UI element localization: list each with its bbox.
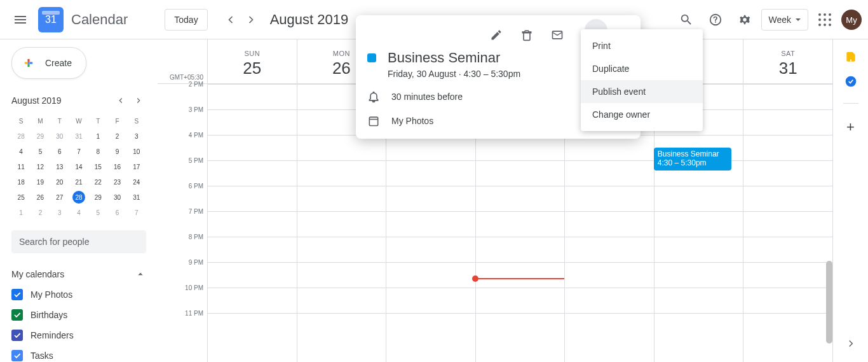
prev-period-button[interactable] bbox=[220, 10, 241, 30]
delete-event-button[interactable] bbox=[516, 24, 538, 46]
mini-day[interactable]: 6 bbox=[50, 144, 69, 159]
next-period-button[interactable] bbox=[241, 10, 261, 30]
mini-day[interactable]: 22 bbox=[88, 174, 107, 190]
help-button[interactable] bbox=[703, 7, 728, 32]
my-calendars-title: My calendars bbox=[11, 269, 64, 279]
mini-day[interactable]: 30 bbox=[107, 190, 126, 205]
mini-day[interactable]: 3 bbox=[127, 129, 146, 144]
my-calendars-toggle[interactable]: My calendars bbox=[11, 268, 146, 280]
event-chip[interactable]: Business Seminar4:30 – 5:30pm bbox=[654, 148, 731, 171]
mini-day[interactable]: 14 bbox=[69, 159, 88, 174]
calendar-checkbox[interactable] bbox=[11, 350, 23, 361]
mini-next-button[interactable] bbox=[131, 93, 146, 108]
mini-day[interactable]: 12 bbox=[31, 159, 50, 174]
mini-day[interactable]: 5 bbox=[31, 144, 50, 159]
mini-day[interactable]: 29 bbox=[31, 129, 50, 144]
option-item[interactable]: Publish event bbox=[581, 80, 703, 103]
tasks-icon[interactable] bbox=[844, 75, 857, 88]
help-icon bbox=[709, 13, 722, 27]
mini-day[interactable]: 5 bbox=[88, 205, 107, 220]
mini-day[interactable]: 28 bbox=[69, 190, 88, 205]
day-header[interactable]: SAT31 bbox=[743, 39, 832, 83]
mini-calendar: SMTWTFS282930311234567891011121314151617… bbox=[11, 113, 146, 220]
view-selector[interactable]: Week bbox=[761, 9, 808, 31]
mini-day[interactable]: 31 bbox=[69, 129, 88, 144]
svg-rect-0 bbox=[27, 62, 29, 64]
mini-day[interactable]: 19 bbox=[31, 174, 50, 190]
mini-day[interactable]: 27 bbox=[50, 190, 69, 205]
time-label: 6 PM bbox=[158, 183, 207, 208]
mini-day[interactable]: 10 bbox=[127, 144, 146, 159]
calendar-checkbox[interactable] bbox=[11, 289, 23, 300]
mini-day[interactable]: 7 bbox=[69, 144, 88, 159]
settings-button[interactable] bbox=[732, 7, 757, 32]
mini-day[interactable]: 7 bbox=[127, 205, 146, 220]
mini-day[interactable]: 28 bbox=[11, 129, 31, 144]
mini-day[interactable]: 2 bbox=[107, 129, 126, 144]
mini-prev-button[interactable] bbox=[113, 93, 128, 108]
today-button[interactable]: Today bbox=[165, 9, 207, 31]
sidebar: Create August 2019 SMTWTFS28293031123456… bbox=[0, 39, 158, 362]
search-button[interactable] bbox=[674, 7, 699, 32]
time-label: 7 PM bbox=[158, 208, 207, 233]
mini-day[interactable]: 1 bbox=[88, 129, 107, 144]
mini-day[interactable]: 6 bbox=[107, 205, 126, 220]
create-label: Create bbox=[45, 58, 72, 68]
mini-day[interactable]: 29 bbox=[88, 190, 107, 205]
mini-day[interactable]: 8 bbox=[88, 144, 107, 159]
email-guests-button[interactable] bbox=[546, 24, 568, 46]
mini-day[interactable]: 26 bbox=[31, 190, 50, 205]
mini-day[interactable]: 23 bbox=[107, 174, 126, 190]
google-apps-button[interactable] bbox=[812, 7, 837, 32]
option-item[interactable]: Print bbox=[581, 34, 703, 57]
mini-day[interactable]: 24 bbox=[127, 174, 146, 190]
mini-day[interactable]: 25 bbox=[11, 190, 31, 205]
mini-day[interactable]: 13 bbox=[50, 159, 69, 174]
mini-day[interactable]: 11 bbox=[11, 159, 31, 174]
add-addon-button[interactable]: + bbox=[846, 119, 855, 136]
bell-icon bbox=[367, 90, 380, 103]
mini-day[interactable]: 4 bbox=[69, 205, 88, 220]
main-menu-button[interactable] bbox=[5, 4, 36, 35]
mini-day[interactable]: 3 bbox=[50, 205, 69, 220]
mini-day[interactable]: 18 bbox=[11, 174, 31, 190]
calendar-checkbox[interactable] bbox=[11, 309, 23, 321]
collapse-panel-button[interactable] bbox=[845, 338, 857, 352]
mini-day[interactable]: 31 bbox=[127, 190, 146, 205]
calendar-item[interactable]: Tasks bbox=[11, 350, 146, 361]
mini-day[interactable]: 20 bbox=[50, 174, 69, 190]
keep-icon[interactable] bbox=[844, 51, 857, 64]
option-item[interactable]: Change owner bbox=[581, 103, 703, 126]
mini-day[interactable]: 4 bbox=[11, 144, 31, 159]
calendar-label: Tasks bbox=[31, 351, 53, 361]
day-column[interactable] bbox=[207, 84, 297, 362]
calendar-icon bbox=[367, 115, 380, 127]
day-column[interactable] bbox=[743, 84, 832, 362]
search-people-input[interactable]: Search for people bbox=[11, 230, 146, 253]
mini-day[interactable]: 21 bbox=[69, 174, 88, 190]
mini-day[interactable]: 17 bbox=[127, 159, 146, 174]
create-button[interactable]: Create bbox=[11, 47, 86, 79]
plus-icon bbox=[20, 54, 37, 72]
calendar-item[interactable]: Birthdays bbox=[11, 309, 146, 321]
calendar-item[interactable]: Reminders bbox=[11, 330, 146, 341]
mini-day[interactable]: 16 bbox=[107, 159, 126, 174]
option-item[interactable]: Duplicate bbox=[581, 57, 703, 80]
mini-day[interactable]: 30 bbox=[50, 129, 69, 144]
mini-day[interactable]: 2 bbox=[31, 205, 50, 220]
calendar-checkbox[interactable] bbox=[11, 330, 23, 341]
timezone-label: GMT+05:30 bbox=[158, 39, 207, 83]
logo: 31 Calendar bbox=[38, 7, 128, 32]
account-avatar[interactable]: My bbox=[841, 10, 862, 30]
mini-day[interactable]: 15 bbox=[88, 159, 107, 174]
mini-day[interactable]: 1 bbox=[11, 205, 31, 220]
day-header[interactable]: SUN25 bbox=[207, 39, 297, 83]
svg-rect-1 bbox=[369, 117, 377, 125]
mail-icon bbox=[551, 29, 564, 41]
event-options-menu: PrintDuplicatePublish eventChange owner bbox=[581, 29, 703, 131]
event-color-marker bbox=[367, 53, 376, 62]
calendar-item[interactable]: My Photos bbox=[11, 289, 146, 300]
scrollbar[interactable] bbox=[826, 261, 832, 344]
edit-event-button[interactable] bbox=[485, 24, 507, 46]
mini-day[interactable]: 9 bbox=[107, 144, 126, 159]
